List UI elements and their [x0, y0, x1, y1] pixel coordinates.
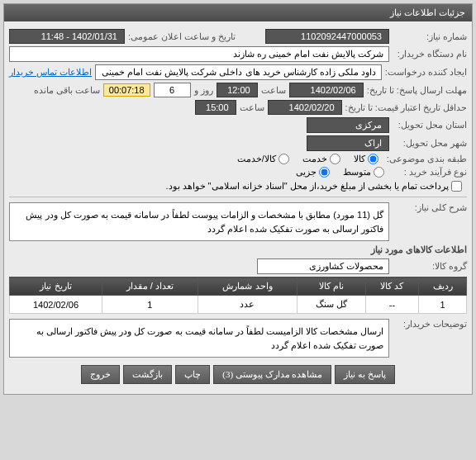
- goods-header: اطلاعات کالاهای مورد نیاز: [9, 244, 467, 255]
- days-value: 6: [154, 83, 191, 97]
- group-value: محصولات کشاورزی: [257, 258, 389, 274]
- table-header-row: ردیف کد کالا نام کالا واحد شمارش تعداد /…: [10, 277, 467, 296]
- city-label: شهر محل تحویل:: [393, 138, 467, 149]
- table-row[interactable]: 1 -- گل سنگ عدد 1 1402/02/06: [10, 296, 467, 314]
- org-label: نام دستگاه خریدار:: [393, 49, 467, 59]
- valid-date: 1402/02/20: [268, 100, 342, 115]
- deadline-date: 1402/02/06: [289, 83, 364, 97]
- col-qty: تعداد / مقدار: [102, 277, 198, 296]
- radio-goods[interactable]: کالا: [354, 154, 378, 164]
- print-button[interactable]: چاپ: [175, 365, 210, 384]
- radio-goodsservice-input[interactable]: [278, 154, 289, 164]
- cell-code: --: [365, 296, 419, 314]
- respond-button[interactable]: پاسخ به نیاز: [335, 365, 395, 384]
- radio-partial-input[interactable]: [319, 167, 330, 178]
- col-date: تاریخ نیاز: [10, 277, 102, 296]
- desc-label: شرح کلی نیاز:: [393, 202, 467, 213]
- cell-name: گل سنگ: [298, 296, 365, 314]
- valid-hour: 15:00: [195, 100, 236, 115]
- buyer-note-text: ارسال مشخصات کالا الزامیست لطفاً در ساما…: [9, 319, 389, 358]
- col-code: کد کالا: [365, 277, 419, 296]
- panel-body: شماره نیاز: 1102092447000053 تاریخ و ساع…: [4, 21, 472, 394]
- radio-medium[interactable]: متوسط: [343, 167, 384, 178]
- city-value: اراک: [307, 135, 389, 151]
- hour-lbl-2: ساعت: [240, 102, 264, 113]
- proc-label: نوع فرآیند خرید :: [393, 167, 467, 178]
- need-no-label: شماره نیاز:: [393, 31, 467, 42]
- cell-qty: 1: [102, 296, 198, 314]
- remain-label: ساعت باقی مانده: [34, 85, 100, 96]
- topic-label: طبقه بندی موضوعی:: [387, 154, 467, 164]
- goods-table: ردیف کد کالا نام کالا واحد شمارش تعداد /…: [9, 277, 467, 314]
- panel-title: جزئیات اطلاعات نیاز: [4, 4, 472, 21]
- desc-text: گل (11 مورد) مطابق با مشخصات و الزامات پ…: [9, 202, 389, 241]
- hour-lbl-1: ساعت: [261, 85, 286, 96]
- group-label: گروه کالا:: [393, 261, 467, 272]
- col-idx: ردیف: [419, 277, 467, 296]
- radio-medium-input[interactable]: [374, 167, 384, 178]
- radio-service[interactable]: خدمت: [302, 154, 340, 164]
- contact-link[interactable]: اطلاعات تماس خریدار: [9, 67, 92, 78]
- province-value: مرکزی: [307, 117, 389, 133]
- announce-label: تاریخ و ساعت اعلان عمومی:: [128, 31, 236, 42]
- radio-partial[interactable]: جزیی: [296, 167, 330, 178]
- deadline-hour: 12:00: [217, 83, 258, 97]
- cell-date: 1402/02/06: [10, 296, 102, 314]
- deadline-label: مهلت ارسال پاسخ: تا تاریخ:: [367, 85, 467, 96]
- countdown: 00:07:18: [103, 83, 150, 97]
- col-name: نام کالا: [298, 277, 365, 296]
- org-value: شرکت پالایش نفت امام خمینی ره شازند: [9, 46, 389, 62]
- exit-button[interactable]: خروج: [81, 365, 120, 384]
- check-note-input[interactable]: [451, 181, 462, 192]
- cell-idx: 1: [419, 296, 467, 314]
- day-lbl: روز و: [194, 85, 213, 96]
- valid-label: حداقل تاریخ اعتبار قیمت: تا تاریخ:: [345, 102, 467, 113]
- cell-unit: عدد: [198, 296, 298, 314]
- radio-service-input[interactable]: [330, 154, 340, 164]
- buyer-note-label: توضیحات خریدار:: [393, 319, 467, 330]
- creator-value: داود ملکی زاده کارشناس خرید های داخلی شر…: [95, 64, 382, 80]
- attachments-button[interactable]: مشاهده مدارک پیوستی (3): [213, 365, 331, 384]
- need-no-value: 1102092447000053: [265, 29, 389, 44]
- button-bar: پاسخ به نیاز مشاهده مدارک پیوستی (3) چاپ…: [9, 360, 467, 389]
- main-panel: جزئیات اطلاعات نیاز شماره نیاز: 11020924…: [3, 3, 473, 395]
- province-label: استان محل تحویل:: [393, 120, 467, 130]
- radio-goodsservice[interactable]: کالا/خدمت: [237, 154, 289, 164]
- back-button[interactable]: بازگشت: [123, 365, 172, 384]
- col-unit: واحد شمارش: [198, 277, 298, 296]
- creator-label: ایجاد کننده درخواست:: [385, 67, 467, 78]
- check-note[interactable]: پرداخت تمام یا بخشی از مبلغ خرید،از محل …: [165, 181, 462, 192]
- radio-goods-input[interactable]: [368, 154, 378, 164]
- announce-value: 1402/01/31 - 11:48: [9, 29, 125, 44]
